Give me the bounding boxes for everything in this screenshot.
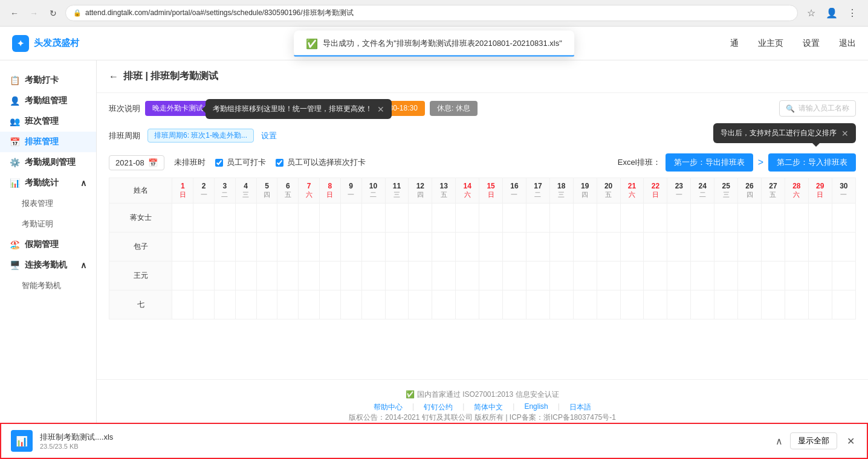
calendar-cell[interactable] bbox=[667, 262, 691, 290]
calendar-cell[interactable] bbox=[385, 204, 409, 233]
footer-convention[interactable]: 钉钉公约 bbox=[424, 402, 453, 412]
sidebar-item-scheduling[interactable]: 📅 排班管理 bbox=[0, 132, 96, 152]
calendar-cell[interactable] bbox=[409, 233, 432, 262]
calendar-cell[interactable] bbox=[409, 204, 432, 233]
calendar-cell[interactable] bbox=[193, 233, 215, 262]
calendar-cell[interactable] bbox=[235, 262, 256, 290]
calendar-cell[interactable] bbox=[785, 262, 808, 290]
calendar-cell[interactable] bbox=[573, 233, 597, 262]
calendar-cell[interactable] bbox=[215, 233, 236, 262]
calendar-cell[interactable] bbox=[172, 204, 193, 233]
calendar-cell[interactable] bbox=[549, 233, 573, 262]
calendar-cell[interactable] bbox=[503, 290, 526, 319]
calendar-cell[interactable] bbox=[385, 233, 409, 262]
sidebar-item-certificate[interactable]: 考勤证明 bbox=[0, 214, 96, 234]
calendar-cell[interactable] bbox=[691, 204, 714, 233]
calendar-cell[interactable] bbox=[385, 290, 409, 319]
refresh-button[interactable]: ↻ bbox=[46, 6, 60, 21]
calendar-cell[interactable] bbox=[573, 262, 597, 290]
calendar-cell[interactable] bbox=[193, 204, 215, 233]
calendar-cell[interactable] bbox=[277, 262, 299, 290]
calendar-cell[interactable] bbox=[667, 204, 691, 233]
calendar-cell[interactable] bbox=[573, 204, 597, 233]
calendar-cell[interactable] bbox=[549, 290, 573, 319]
calendar-cell[interactable] bbox=[808, 262, 832, 290]
can-choose-checkbox[interactable] bbox=[276, 159, 283, 167]
nav-logout[interactable]: 退出 bbox=[839, 38, 856, 49]
calendar-cell[interactable] bbox=[691, 262, 714, 290]
calendar-cell[interactable] bbox=[644, 233, 667, 262]
calendar-cell[interactable] bbox=[762, 204, 785, 233]
period-badge[interactable]: 排班周期6: 班次1-晚走外勤... bbox=[147, 129, 254, 143]
calendar-cell[interactable] bbox=[808, 204, 832, 233]
calendar-cell[interactable] bbox=[691, 233, 714, 262]
bookmark-button[interactable]: ☆ bbox=[803, 5, 820, 22]
calendar-cell[interactable] bbox=[644, 290, 667, 319]
calendar-cell[interactable] bbox=[714, 290, 738, 319]
calendar-cell[interactable] bbox=[361, 233, 385, 262]
calendar-cell[interactable] bbox=[503, 233, 526, 262]
calendar-cell[interactable] bbox=[526, 290, 549, 319]
calendar-cell[interactable] bbox=[432, 204, 456, 233]
sidebar-item-stats[interactable]: 📊 考勤统计 ∧ bbox=[0, 173, 96, 193]
calendar-cell[interactable] bbox=[691, 290, 714, 319]
back-button[interactable]: ← bbox=[7, 6, 22, 21]
calendar-cell[interactable] bbox=[361, 290, 385, 319]
calendar-cell[interactable] bbox=[215, 290, 236, 319]
calendar-cell[interactable] bbox=[573, 290, 597, 319]
calendar-cell[interactable] bbox=[235, 233, 256, 262]
calendar-cell[interactable] bbox=[549, 262, 573, 290]
calendar-cell[interactable] bbox=[299, 290, 320, 319]
month-picker[interactable]: 2021-08 📅 bbox=[109, 155, 164, 170]
calendar-cell[interactable] bbox=[215, 204, 236, 233]
calendar-cell[interactable] bbox=[361, 204, 385, 233]
calendar-cell[interactable] bbox=[597, 233, 620, 262]
sidebar-item-shift-management[interactable]: 👥 班次管理 bbox=[0, 111, 96, 132]
calendar-cell[interactable] bbox=[277, 290, 299, 319]
back-arrow-button[interactable]: ← bbox=[109, 71, 118, 82]
calendar-cell[interactable] bbox=[714, 204, 738, 233]
calendar-cell[interactable] bbox=[526, 204, 549, 233]
calendar-cell[interactable] bbox=[526, 233, 549, 262]
calendar-cell[interactable] bbox=[456, 233, 479, 262]
calendar-cell[interactable] bbox=[256, 290, 277, 319]
calendar-cell[interactable] bbox=[235, 204, 256, 233]
calendar-cell[interactable] bbox=[738, 233, 762, 262]
calendar-cell[interactable] bbox=[479, 290, 503, 319]
calendar-cell[interactable] bbox=[644, 262, 667, 290]
calendar-cell[interactable] bbox=[456, 262, 479, 290]
calendar-cell[interactable] bbox=[172, 262, 193, 290]
calendar-cell[interactable] bbox=[738, 262, 762, 290]
nav-settings[interactable]: 设置 bbox=[803, 38, 820, 49]
calendar-cell[interactable] bbox=[832, 262, 855, 290]
nav-home[interactable]: 业主页 bbox=[758, 38, 783, 49]
calendar-cell[interactable] bbox=[456, 204, 479, 233]
import-button[interactable]: 第二步：导入排班表 bbox=[768, 153, 856, 172]
sidebar-item-kaoqin-daka[interactable]: 📋 考勤打卡 bbox=[0, 70, 96, 91]
calendar-cell[interactable] bbox=[456, 290, 479, 319]
calendar-cell[interactable] bbox=[832, 233, 855, 262]
calendar-cell[interactable] bbox=[597, 290, 620, 319]
calendar-cell[interactable] bbox=[277, 233, 299, 262]
calendar-cell[interactable] bbox=[320, 204, 341, 233]
export-tooltip-close[interactable]: ✕ bbox=[841, 129, 849, 138]
calendar-cell[interactable] bbox=[172, 233, 193, 262]
calendar-cell[interactable] bbox=[832, 290, 855, 319]
calendar-cell[interactable] bbox=[193, 262, 215, 290]
calendar-cell[interactable] bbox=[215, 262, 236, 290]
calendar-cell[interactable] bbox=[620, 204, 644, 233]
shift-tooltip-close[interactable]: ✕ bbox=[377, 104, 384, 114]
calendar-cell[interactable] bbox=[714, 233, 738, 262]
calendar-cell[interactable] bbox=[340, 204, 361, 233]
shift-badge-rest[interactable]: 休息: 休息 bbox=[430, 101, 478, 116]
sidebar-item-smart-machine[interactable]: 智能考勤机 bbox=[0, 275, 96, 296]
profile-button[interactable]: 👤 bbox=[823, 5, 840, 22]
calendar-cell[interactable] bbox=[320, 262, 341, 290]
calendar-cell[interactable] bbox=[299, 233, 320, 262]
calendar-cell[interactable] bbox=[235, 290, 256, 319]
calendar-cell[interactable] bbox=[714, 262, 738, 290]
calendar-cell[interactable] bbox=[172, 290, 193, 319]
period-settings-link[interactable]: 设置 bbox=[261, 130, 277, 141]
calendar-cell[interactable] bbox=[762, 290, 785, 319]
calendar-cell[interactable] bbox=[256, 262, 277, 290]
